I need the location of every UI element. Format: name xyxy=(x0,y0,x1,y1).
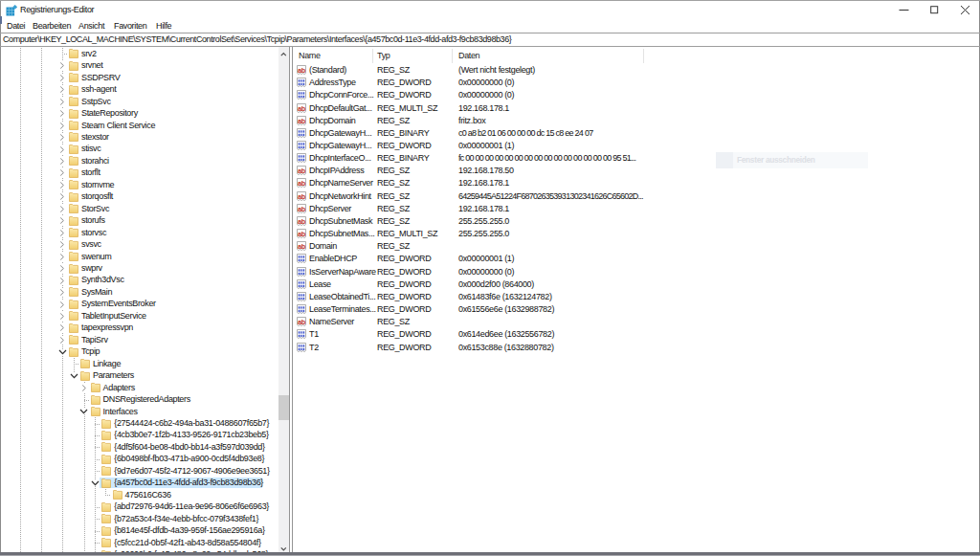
svg-text:ab: ab xyxy=(298,242,306,251)
svg-text:ab: ab xyxy=(298,191,306,200)
svg-text:ab: ab xyxy=(298,216,306,225)
svg-text:ab: ab xyxy=(298,103,306,112)
svg-text:ab: ab xyxy=(298,167,306,175)
svg-text:ab: ab xyxy=(298,179,306,188)
svg-text:ab: ab xyxy=(298,66,306,75)
svg-text:ab: ab xyxy=(298,230,306,238)
svg-text:ab: ab xyxy=(298,116,306,124)
svg-text:ab: ab xyxy=(298,204,306,212)
svg-text:ab: ab xyxy=(298,318,306,326)
